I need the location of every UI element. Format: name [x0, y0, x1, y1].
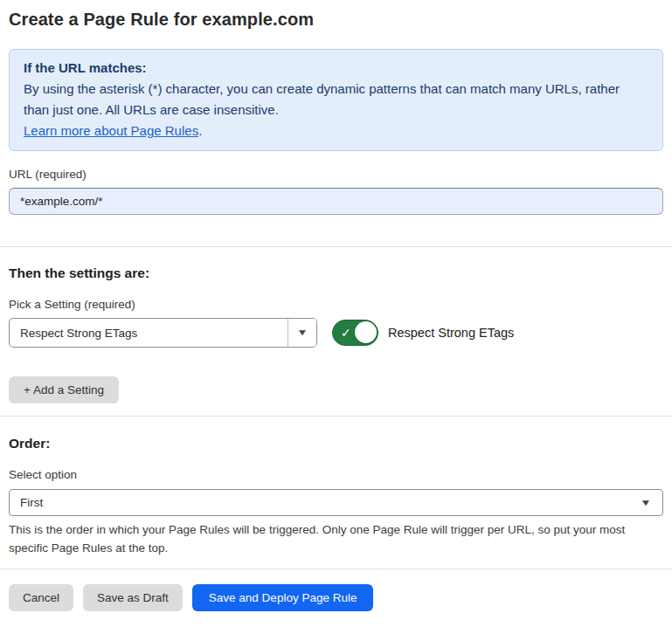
setting-select-arrow-button[interactable]: ▼	[288, 319, 316, 347]
order-select-value: First	[20, 496, 641, 509]
url-match-info-box: If the URL matches: By using the asteris…	[9, 49, 663, 151]
divider-settings-order	[0, 416, 672, 417]
chevron-down-icon: ▼	[296, 328, 308, 337]
order-select[interactable]: First ▼	[9, 489, 663, 516]
url-input[interactable]	[9, 188, 663, 215]
cancel-button[interactable]: Cancel	[9, 584, 73, 611]
order-help-text: This is the order in which your Page Rul…	[9, 520, 663, 557]
link-suffix: .	[198, 123, 202, 138]
toggle-knob	[355, 321, 377, 343]
chevron-down-icon: ▼	[640, 499, 651, 507]
divider-url-settings	[0, 246, 672, 247]
pick-setting-label: Pick a Setting (required)	[9, 298, 663, 312]
order-select-label: Select option	[9, 468, 663, 482]
setting-select[interactable]: Respect Strong ETags ▼	[9, 318, 317, 348]
save-deploy-button[interactable]: Save and Deploy Page Rule	[192, 584, 374, 611]
divider-actions	[0, 568, 672, 569]
info-box-heading: If the URL matches:	[24, 58, 648, 79]
url-label: URL (required)	[9, 168, 663, 182]
action-buttons: Cancel Save as Draft Save and Deploy Pag…	[9, 584, 663, 611]
page-title: Create a Page Rule for example.com	[9, 9, 663, 30]
info-box-link-line: Learn more about Page Rules.	[24, 121, 648, 141]
settings-heading: Then the settings are:	[9, 265, 663, 281]
info-box-body: By using the asterisk (*) character, you…	[24, 79, 648, 121]
learn-more-link[interactable]: Learn more about Page Rules	[24, 123, 198, 138]
save-draft-button[interactable]: Save as Draft	[83, 584, 183, 611]
setting-row: Respect Strong ETags ▼ ✓ Respect Strong …	[9, 318, 663, 348]
check-icon: ✓	[341, 327, 351, 339]
order-heading: Order:	[9, 435, 663, 451]
setting-select-value: Respect Strong ETags	[10, 319, 288, 347]
toggle-label: Respect Strong ETags	[388, 326, 514, 340]
etags-toggle[interactable]: ✓	[332, 320, 378, 346]
page-rule-form: Create a Page Rule for example.com If th…	[0, 0, 672, 611]
add-setting-button[interactable]: + Add a Setting	[9, 376, 119, 403]
